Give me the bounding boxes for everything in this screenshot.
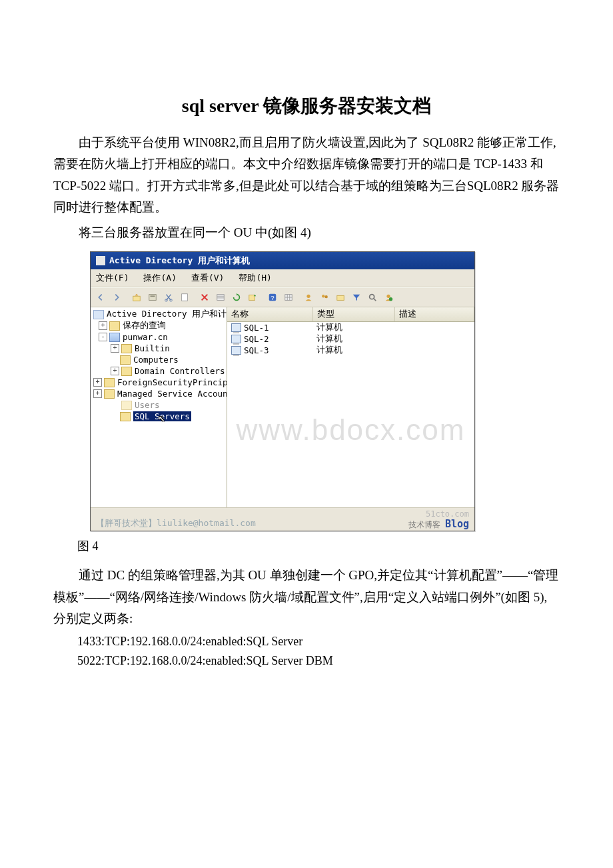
filter-icon[interactable]	[349, 290, 364, 305]
ou-icon	[121, 367, 132, 376]
domain-icon	[109, 333, 120, 342]
svg-rect-14	[337, 296, 344, 301]
menu-view[interactable]: 查看(V)	[189, 271, 227, 285]
list-icon[interactable]	[213, 290, 228, 305]
toolbar-separator	[261, 291, 264, 304]
tree-item-label: Domain Controllers	[135, 366, 225, 376]
delete-icon[interactable]	[197, 290, 212, 305]
tree-root[interactable]: Active Directory 用户和计算机	[91, 309, 227, 320]
tree-domain-controllers[interactable]: + Domain Controllers	[91, 365, 227, 377]
up-icon[interactable]	[129, 290, 144, 305]
expander-plus-icon[interactable]: +	[111, 344, 119, 353]
expander-plus-icon[interactable]: +	[99, 321, 107, 330]
svg-point-13	[324, 295, 327, 298]
tool-bar: ?	[91, 287, 474, 307]
tree-pane[interactable]: Active Directory 用户和计算机 + 保存的查询 - punwar…	[91, 307, 227, 507]
folder-icon	[93, 310, 104, 319]
expander-minus-icon[interactable]: -	[99, 333, 107, 341]
svg-point-11	[306, 295, 310, 298]
footer-blog: Blog	[445, 518, 469, 530]
tree-managed-service[interactable]: + Managed Service Accoun	[91, 388, 227, 399]
tree-computers[interactable]: Computers	[91, 354, 227, 365]
forward-icon[interactable]	[109, 290, 124, 305]
tree-users[interactable]: + Users	[91, 399, 227, 411]
cell-name: SQL-3	[244, 345, 269, 355]
expander-plus-icon[interactable]: +	[111, 367, 119, 375]
svg-point-16	[386, 295, 390, 298]
app-icon	[96, 256, 105, 265]
ou-icon[interactable]	[333, 290, 348, 305]
menu-bar: 文件(F) 操作(A) 查看(V) 帮助(H)	[91, 269, 474, 287]
content-area: Active Directory 用户和计算机 + 保存的查询 - punwar…	[91, 307, 474, 507]
col-name[interactable]: 名称	[227, 307, 313, 321]
folder-icon	[121, 344, 132, 353]
expander-plus-icon[interactable]: +	[93, 378, 102, 387]
svg-rect-5	[182, 294, 188, 301]
toolbar-separator	[297, 291, 300, 304]
cell-name: SQL-1	[244, 323, 269, 333]
tree-item-label: Managed Service Accoun	[117, 389, 227, 399]
back-icon[interactable]	[93, 290, 108, 305]
tree-foreign-security[interactable]: + ForeignSecurityPrincip	[91, 377, 227, 388]
tree-item-label: Computers	[133, 355, 179, 365]
cell-type: 计算机	[316, 322, 342, 333]
help-icon[interactable]: ?	[265, 290, 280, 305]
add-icon[interactable]	[381, 290, 396, 305]
menu-action[interactable]: 操作(A)	[141, 271, 179, 285]
footer-sub: 技术博客	[408, 520, 440, 529]
expander-plus-icon[interactable]: +	[93, 389, 102, 398]
svg-rect-0	[133, 297, 141, 301]
svg-rect-1	[149, 295, 157, 301]
paragraph-ou: 将三台服务器放置在同一个 OU 中(如图 4)	[53, 222, 560, 243]
cut-icon[interactable]	[161, 290, 176, 305]
tree-builtin[interactable]: + Builtin	[91, 343, 227, 354]
tree-domain[interactable]: - punwar.cn	[91, 331, 227, 343]
show-hide-icon[interactable]	[145, 290, 160, 305]
list-item[interactable]: SQL-3 计算机	[227, 345, 474, 356]
user-icon[interactable]	[301, 290, 316, 305]
menu-help[interactable]: 帮助(H)	[236, 271, 274, 285]
refresh-icon[interactable]	[229, 290, 244, 305]
export-icon[interactable]	[245, 290, 260, 305]
tree-root-label: Active Directory 用户和计算机	[107, 309, 227, 320]
tree-item-label: ForeignSecurityPrincip	[117, 377, 227, 387]
port-rule-2: 5022:TCP:192.168.0.0/24:enabled:SQL Serv…	[53, 654, 560, 668]
folder-icon	[109, 321, 120, 331]
svg-text:?: ?	[271, 294, 274, 301]
folder-icon	[120, 355, 131, 365]
footer-credit: 【胖哥技术堂】liulike@hotmail.com	[96, 517, 256, 529]
paragraph-intro: 由于系统平台使用 WIN08R2,而且启用了防火墙设置,因此为了 SQL08R2…	[53, 132, 560, 218]
tree-saved-queries[interactable]: + 保存的查询	[91, 320, 227, 331]
list-pane[interactable]: 名称 类型 描述 SQL-1 计算机 SQL-2 计算机 SQL-3	[227, 307, 474, 507]
tree-sql-servers[interactable]: SQL Servers	[91, 411, 227, 422]
folder-icon	[104, 378, 115, 387]
title-bar: Active Directory 用户和计算机	[91, 252, 474, 269]
col-type[interactable]: 类型	[313, 307, 395, 321]
figure-caption: 图 4	[53, 538, 560, 554]
svg-rect-6	[217, 295, 225, 301]
grid-icon[interactable]	[281, 290, 296, 305]
list-header: 名称 类型 描述	[227, 307, 474, 322]
computer-icon	[231, 346, 241, 355]
menu-file[interactable]: 文件(F)	[93, 271, 131, 285]
cell-name: SQL-2	[244, 334, 269, 344]
cell-type: 计算机	[316, 333, 342, 345]
window-title: Active Directory 用户和计算机	[109, 255, 250, 267]
tree-item-label: SQL Servers	[133, 411, 191, 421]
list-item[interactable]: SQL-2 计算机	[227, 333, 474, 345]
group-icon[interactable]	[317, 290, 332, 305]
svg-point-12	[322, 295, 324, 298]
properties-icon[interactable]	[177, 290, 192, 305]
col-desc[interactable]: 描述	[395, 307, 474, 321]
page-title: sql server 镜像服务器安装文档	[53, 93, 560, 119]
footer-right: 51cto.com 技术博客 Blog	[408, 510, 469, 530]
footer-site: 51cto.com	[426, 509, 469, 519]
watermark: www.bdocx.com	[237, 413, 466, 447]
folder-icon	[104, 389, 115, 399]
ou-icon	[120, 412, 131, 421]
list-item[interactable]: SQL-1 计算机	[227, 322, 474, 333]
folder-icon	[121, 401, 132, 410]
port-rule-1: 1433:TCP:192.168.0.0/24:enabled:SQL Serv…	[53, 635, 560, 649]
tree-item-label: Users	[135, 400, 160, 410]
find-icon[interactable]	[365, 290, 380, 305]
